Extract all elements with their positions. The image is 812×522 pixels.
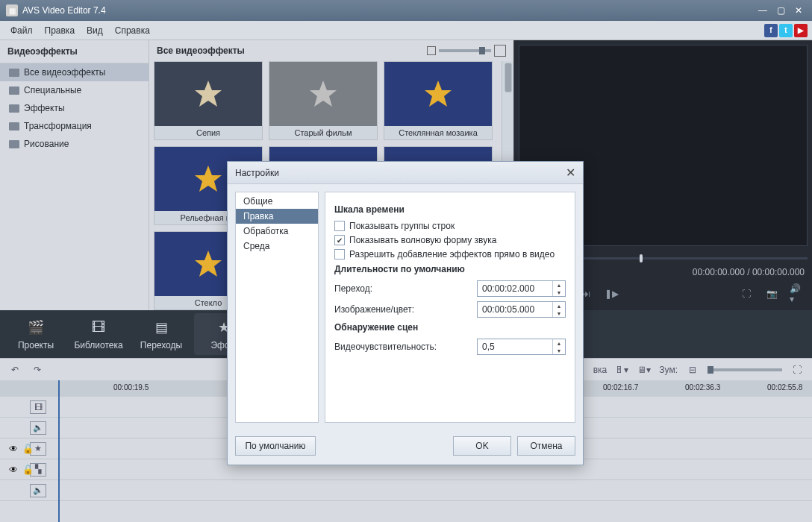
transitions-icon: ▤ [152, 318, 171, 337]
image-duration-input[interactable]: 00:00:05.000▲▼ [477, 301, 566, 318]
sidebar-item-transform[interactable]: Трансформация [0, 117, 149, 135]
ruler-tick: 00:02:55.8 [767, 383, 802, 392]
sidebar-item-label: Рисование [24, 139, 69, 149]
ok-button[interactable]: OK [453, 436, 511, 456]
sidebar-item-label: Все видеоэффекты [24, 67, 106, 78]
checkbox-allow-direct-effects[interactable] [334, 249, 345, 260]
tab-projects[interactable]: 🎬Проекты [6, 313, 66, 355]
ruler-tick: 00:02:36.3 [685, 383, 720, 392]
playhead[interactable] [58, 380, 60, 522]
film-icon: 🎞 [89, 318, 108, 337]
transition-duration-input[interactable]: 00:00:02.000▲▼ [477, 280, 566, 297]
settings-nav-processing[interactable]: Обработка [236, 224, 318, 239]
folder-icon [9, 122, 19, 130]
audio2-track[interactable]: 🔈 [0, 480, 812, 501]
speaker-icon: 🔈 [30, 421, 46, 435]
sidebar-item-label: Трансформация [24, 121, 92, 131]
dialog-close-button[interactable]: ✕ [566, 166, 575, 180]
effect-thumb[interactable]: Стеклянная мозаика [384, 61, 493, 140]
svg-marker-4 [195, 251, 222, 277]
field-label: Видеочувствительность: [334, 342, 477, 352]
svg-marker-1 [310, 81, 337, 107]
lock-icon[interactable]: 🔓 [22, 465, 34, 475]
gallery-title: Все видеоэффекты [157, 45, 245, 56]
thumbnail-size-slider[interactable] [427, 45, 506, 57]
checkbox-label: Разрешить добавление эффектов прямо в ви… [349, 249, 555, 260]
tab-label: Библиотека [74, 340, 122, 350]
app-logo-icon: ▦ [6, 4, 18, 16]
gallery-header: Все видеоэффекты [149, 40, 513, 61]
volume-button[interactable]: 🔊▾ [790, 286, 805, 301]
section-timeline: Шкала времени [334, 204, 566, 215]
sidebar-item-effects[interactable]: Эффекты [0, 99, 149, 117]
folder-icon [9, 140, 19, 148]
maximize-button[interactable]: ▢ [773, 4, 788, 17]
settings-nav-environment[interactable]: Среда [236, 239, 318, 254]
titlebar: ▦ AVS Video Editor 7.4 — ▢ ✕ [0, 0, 812, 21]
spinner-up-icon[interactable]: ▲ [553, 302, 565, 309]
folder-icon [9, 87, 19, 95]
sidebar-item-drawing[interactable]: Рисование [0, 135, 149, 153]
settings-nav: Общие Правка Обработка Среда [235, 192, 319, 423]
field-label: Переход: [334, 283, 477, 294]
spinner-up-icon[interactable]: ▲ [553, 339, 565, 347]
zoom-fit-button[interactable]: ⛶ [790, 362, 805, 377]
spinner-down-icon[interactable]: ▼ [553, 347, 565, 354]
video-track-icon: 🎞 [30, 400, 46, 414]
field-label: Изображение/цвет: [334, 304, 477, 315]
sensitivity-input[interactable]: 0,5▲▼ [477, 339, 566, 355]
cancel-button[interactable]: Отмена [517, 436, 575, 456]
button-label: OK [475, 441, 488, 451]
defaults-button[interactable]: По умолчанию [235, 436, 316, 456]
tab-transitions[interactable]: ▤Переходы [131, 313, 191, 355]
twitter-icon[interactable]: t [779, 24, 793, 37]
facebook-icon[interactable]: f [764, 24, 778, 37]
ruler-tick: 00:00:19.5 [113, 383, 149, 392]
spinner-down-icon[interactable]: ▼ [553, 289, 565, 296]
dialog-titlebar: Настройки ✕ [228, 162, 583, 184]
svg-marker-0 [195, 81, 222, 107]
effect-thumb[interactable]: Сепия [154, 61, 263, 140]
lock-icon[interactable]: 🔓 [22, 444, 34, 454]
checkbox-show-waveform[interactable]: ✔ [334, 235, 345, 245]
eye-icon[interactable]: 👁 [9, 465, 18, 475]
youtube-icon[interactable]: ▶ [794, 24, 808, 37]
menu-file[interactable]: Файл [4, 23, 39, 38]
large-size-icon [494, 45, 506, 57]
display-settings-button[interactable]: 🖥▾ [637, 362, 652, 377]
zoom-slider[interactable] [708, 368, 782, 371]
fullscreen-button[interactable]: ⛶ [739, 286, 754, 301]
small-size-icon [427, 46, 436, 55]
redo-button[interactable]: ↷ [30, 362, 45, 377]
menu-edit[interactable]: Правка [39, 23, 81, 38]
step-button[interactable]: ❚▶ [604, 286, 619, 301]
thumb-caption: Старый фильм [269, 126, 377, 139]
audio-settings-button[interactable]: 🎚▾ [614, 362, 629, 377]
tab-library[interactable]: 🎞Библиотека [69, 313, 128, 355]
checkbox-show-groups[interactable] [334, 221, 345, 231]
tab-label: Переходы [140, 340, 182, 350]
undo-button[interactable]: ↶ [7, 362, 22, 377]
eye-icon[interactable]: 👁 [9, 444, 18, 454]
toolbar-label: вка [593, 365, 608, 375]
menu-view[interactable]: Вид [81, 23, 109, 38]
settings-nav-general[interactable]: Общие [236, 194, 318, 209]
menu-help[interactable]: Справка [109, 23, 156, 38]
spinner-down-icon[interactable]: ▼ [553, 309, 565, 317]
minimize-button[interactable]: — [755, 4, 770, 17]
sidebar-title: Видеоэффекты [0, 40, 149, 63]
position-label: 00:00:00.000 [693, 267, 745, 277]
zoom-out-button[interactable]: ⊟ [685, 362, 700, 377]
settings-nav-edit[interactable]: Правка [236, 209, 318, 224]
close-button[interactable]: ✕ [791, 4, 806, 17]
svg-marker-3 [195, 166, 222, 192]
spinner-up-icon[interactable]: ▲ [553, 281, 565, 289]
sidebar-item-special[interactable]: Специальные [0, 81, 149, 99]
sidebar-item-all[interactable]: Все видеоэффекты [0, 63, 149, 81]
snapshot-button[interactable]: 📷 [764, 286, 779, 301]
dialog-title: Настройки [235, 168, 279, 178]
folder-icon [9, 69, 19, 77]
input-value: 00:00:02.000 [478, 283, 552, 294]
svg-marker-2 [425, 81, 452, 107]
effect-thumb[interactable]: Старый фильм [269, 61, 378, 140]
